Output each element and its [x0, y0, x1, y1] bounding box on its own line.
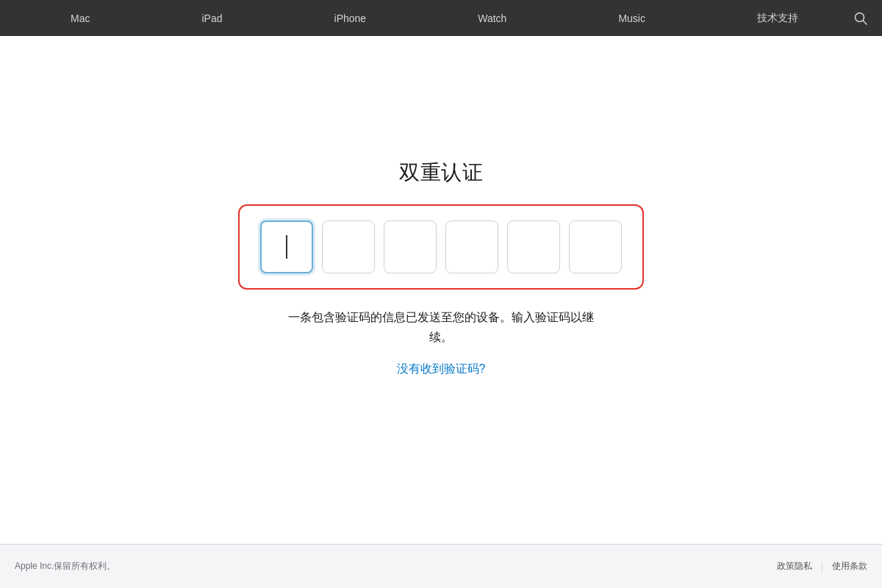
code-box-3[interactable]: [384, 220, 437, 273]
nav-item-support[interactable]: 技术支持: [746, 0, 809, 36]
code-box-5[interactable]: [507, 220, 560, 273]
footer-copyright: Apple Inc.保留所有权利。: [15, 560, 777, 573]
footer-divider: |: [821, 562, 823, 572]
footer-link-terms[interactable]: 使用条款: [832, 560, 867, 573]
nav-items: Mac iPad iPhone Watch Music 技术支持: [15, 0, 854, 36]
code-box-2[interactable]: [322, 220, 375, 273]
nav-item-mac[interactable]: Mac: [60, 0, 101, 36]
svg-line-1: [863, 20, 867, 24]
verification-message: 一条包含验证码的信息已发送至您的设备。输入验证码以继续。: [287, 307, 595, 347]
footer-links: 政策隐私 | 使用条款: [777, 560, 867, 573]
footer: Apple Inc.保留所有权利。 政策隐私 | 使用条款: [0, 544, 882, 588]
footer-link-privacy[interactable]: 政策隐私: [777, 560, 812, 573]
resend-code-link[interactable]: 没有收到验证码?: [397, 362, 486, 377]
search-icon[interactable]: [854, 12, 867, 25]
nav-item-ipad[interactable]: iPad: [191, 0, 234, 36]
nav-item-watch[interactable]: Watch: [467, 0, 517, 36]
code-box-4[interactable]: [445, 220, 498, 273]
code-box-6[interactable]: [569, 220, 622, 273]
nav-item-music[interactable]: Music: [607, 0, 656, 36]
navigation: Mac iPad iPhone Watch Music 技术支持: [0, 0, 882, 36]
page-title: 双重认证: [399, 159, 483, 187]
footer-content: Apple Inc.保留所有权利。 政策隐私 | 使用条款: [15, 560, 867, 573]
verification-code-container: [238, 204, 644, 290]
main-content: 双重认证 一条包含验证码的信息已发送至您的设备。输入验证码以继续。 没有收到验证…: [0, 36, 882, 544]
nav-item-iphone[interactable]: iPhone: [323, 0, 378, 36]
code-box-1[interactable]: [260, 220, 313, 273]
text-cursor: [286, 235, 287, 259]
